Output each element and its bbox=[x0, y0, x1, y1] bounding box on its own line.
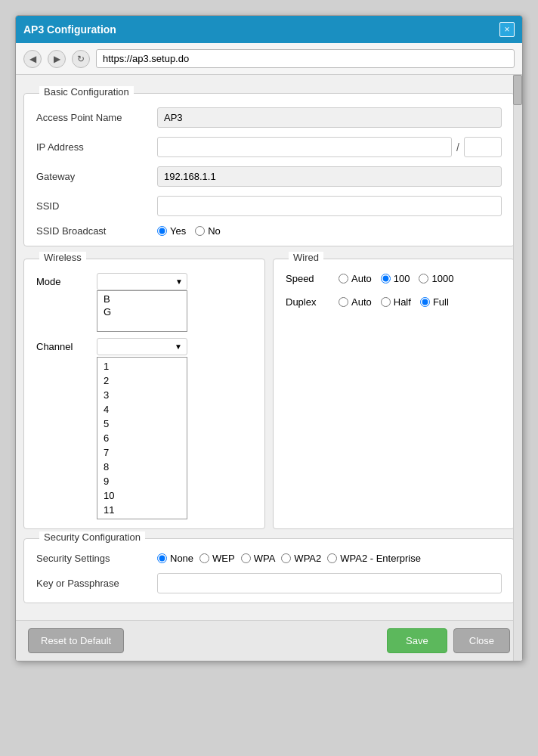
ip-label: IP Address bbox=[36, 141, 157, 153]
security-none-radio[interactable] bbox=[157, 553, 167, 563]
speed-group: Auto 100 1000 bbox=[339, 273, 453, 284]
channel-option-10[interactable]: 10 bbox=[100, 488, 184, 503]
speed-auto-radio[interactable] bbox=[339, 274, 348, 284]
speed-100[interactable]: 100 bbox=[381, 273, 410, 284]
security-wpa2[interactable]: WPA2 bbox=[281, 553, 321, 564]
security-wep[interactable]: WEP bbox=[199, 553, 235, 564]
channel-row: Channel ▼ 1 2 3 4 5 bbox=[36, 338, 252, 519]
duplex-half-radio[interactable] bbox=[381, 297, 391, 307]
action-buttons: Save Close bbox=[387, 628, 510, 653]
channel-option-11[interactable]: 11 bbox=[100, 503, 184, 517]
security-wpa2-enterprise-radio[interactable] bbox=[327, 553, 337, 563]
ip-input-group: / bbox=[157, 137, 502, 157]
channel-option-2[interactable]: 2 bbox=[100, 373, 184, 388]
duplex-half[interactable]: Half bbox=[381, 296, 411, 308]
mode-row: Mode ▼ B G bbox=[36, 273, 252, 332]
ssid-input[interactable] bbox=[157, 196, 502, 216]
duplex-row: Duplex Auto Half Full bbox=[286, 296, 502, 308]
mode-select-bar[interactable]: ▼ bbox=[97, 273, 187, 290]
channel-select-bar[interactable]: ▼ bbox=[97, 338, 187, 355]
ssid-broadcast-yes[interactable]: Yes bbox=[157, 225, 186, 237]
speed-1000[interactable]: 1000 bbox=[419, 273, 453, 284]
security-settings-row: Security Settings None WEP WPA WPA2 bbox=[36, 553, 502, 564]
basic-config-section: Basic Configuration Access Point Name IP… bbox=[23, 93, 515, 246]
wired-section: Wired Speed Auto 100 1000 bbox=[273, 259, 515, 529]
channel-listbox[interactable]: 1 2 3 4 5 6 7 8 9 10 11 bbox=[97, 357, 187, 519]
ssid-broadcast-no[interactable]: No bbox=[195, 225, 221, 237]
content: Basic Configuration Access Point Name IP… bbox=[16, 75, 522, 620]
url-input[interactable] bbox=[96, 49, 515, 68]
channel-option-1[interactable]: 1 bbox=[100, 359, 184, 373]
ip-slash: / bbox=[456, 141, 459, 153]
gateway-row: Gateway bbox=[36, 166, 502, 187]
duplex-full-radio[interactable] bbox=[420, 297, 430, 307]
speed-100-radio[interactable] bbox=[381, 274, 391, 284]
channel-option-8[interactable]: 8 bbox=[100, 460, 184, 474]
mode-option-b[interactable]: B bbox=[100, 293, 184, 305]
channel-dropdown-wrapper: ▼ 1 2 3 4 5 6 7 8 9 bbox=[97, 338, 187, 519]
apn-label: Access Point Name bbox=[36, 112, 157, 123]
scrollbar-track[interactable] bbox=[513, 75, 522, 661]
ssid-broadcast-row: SSID Broadcast Yes No bbox=[36, 225, 502, 237]
channel-option-7[interactable]: 7 bbox=[100, 445, 184, 460]
mode-label: Mode bbox=[36, 273, 97, 287]
security-wpa[interactable]: WPA bbox=[241, 553, 276, 564]
wireless-title: Wireless bbox=[39, 252, 86, 263]
duplex-auto-radio[interactable] bbox=[339, 297, 348, 307]
key-input[interactable] bbox=[157, 573, 502, 593]
duplex-full[interactable]: Full bbox=[420, 296, 449, 308]
security-settings-group: None WEP WPA WPA2 WPA2 - Enterprise bbox=[157, 553, 421, 564]
speed-auto[interactable]: Auto bbox=[339, 273, 372, 284]
apn-input[interactable] bbox=[157, 107, 502, 128]
wired-title: Wired bbox=[289, 252, 323, 263]
close-button[interactable]: Close bbox=[453, 628, 510, 653]
scrollbar-thumb[interactable] bbox=[513, 75, 522, 105]
gateway-input[interactable] bbox=[157, 166, 502, 187]
security-wep-radio[interactable] bbox=[199, 553, 209, 563]
security-wpa2-radio[interactable] bbox=[281, 553, 291, 563]
back-button[interactable]: ◀ bbox=[23, 50, 42, 68]
window-close-button[interactable]: × bbox=[499, 22, 515, 37]
refresh-button[interactable]: ↻ bbox=[72, 50, 90, 68]
ip-suffix-input[interactable] bbox=[464, 137, 502, 157]
reset-button[interactable]: Reset to Default bbox=[28, 628, 124, 653]
security-none[interactable]: None bbox=[157, 553, 193, 564]
gateway-label: Gateway bbox=[36, 171, 157, 182]
ip-address-input[interactable] bbox=[157, 137, 452, 157]
channel-dropdown-arrow: ▼ bbox=[175, 342, 182, 351]
wireless-wired-row: Wireless Mode ▼ B G bbox=[23, 256, 515, 529]
save-button[interactable]: Save bbox=[387, 628, 447, 653]
security-wpa-radio[interactable] bbox=[241, 553, 251, 563]
wireless-section: Wireless Mode ▼ B G bbox=[23, 259, 265, 529]
channel-option-5[interactable]: 5 bbox=[100, 417, 184, 431]
channel-option-9[interactable]: 9 bbox=[100, 474, 184, 488]
ssid-broadcast-yes-radio[interactable] bbox=[157, 226, 167, 236]
duplex-group: Auto Half Full bbox=[339, 296, 449, 308]
duplex-auto[interactable]: Auto bbox=[339, 296, 372, 308]
channel-label: Channel bbox=[36, 338, 97, 352]
nav-bar: ◀ ▶ ↻ bbox=[16, 43, 522, 75]
forward-button[interactable]: ▶ bbox=[48, 50, 66, 68]
window-title: AP3 Configuration bbox=[23, 23, 116, 36]
main-window: AP3 Configuration × ◀ ▶ ↻ Basic Configur… bbox=[15, 15, 523, 662]
ip-row: IP Address / bbox=[36, 137, 502, 157]
content-area: Basic Configuration Access Point Name IP… bbox=[16, 75, 522, 661]
key-row: Key or Passphrase bbox=[36, 573, 502, 593]
speed-1000-radio[interactable] bbox=[419, 274, 428, 284]
channel-option-4[interactable]: 4 bbox=[100, 402, 184, 417]
apn-row: Access Point Name bbox=[36, 107, 502, 128]
security-settings-label: Security Settings bbox=[36, 553, 157, 564]
channel-option-3[interactable]: 3 bbox=[100, 388, 184, 402]
security-wpa2-enterprise[interactable]: WPA2 - Enterprise bbox=[327, 553, 421, 564]
mode-option-g[interactable]: G bbox=[100, 305, 184, 318]
duplex-label: Duplex bbox=[286, 296, 339, 308]
title-bar: AP3 Configuration × bbox=[16, 16, 522, 43]
channel-option-6[interactable]: 6 bbox=[100, 431, 184, 445]
mode-listbox[interactable]: B G bbox=[97, 290, 187, 332]
speed-row: Speed Auto 100 1000 bbox=[286, 273, 502, 284]
ssid-broadcast-no-radio[interactable] bbox=[195, 226, 205, 236]
key-label: Key or Passphrase bbox=[36, 578, 157, 589]
speed-label: Speed bbox=[286, 273, 339, 284]
ssid-label: SSID bbox=[36, 200, 157, 212]
security-config-title: Security Configuration bbox=[39, 531, 145, 543]
